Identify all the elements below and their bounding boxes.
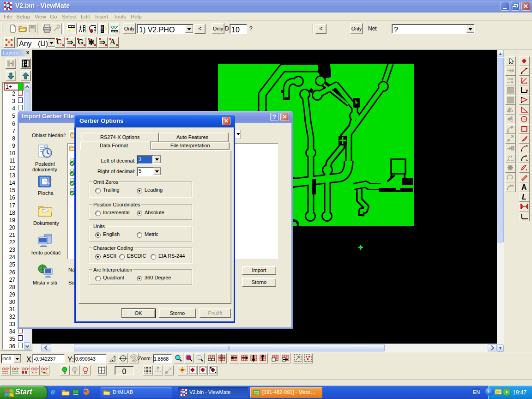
svg-text:A: A — [521, 183, 527, 191]
svg-text:L: L — [522, 193, 526, 201]
